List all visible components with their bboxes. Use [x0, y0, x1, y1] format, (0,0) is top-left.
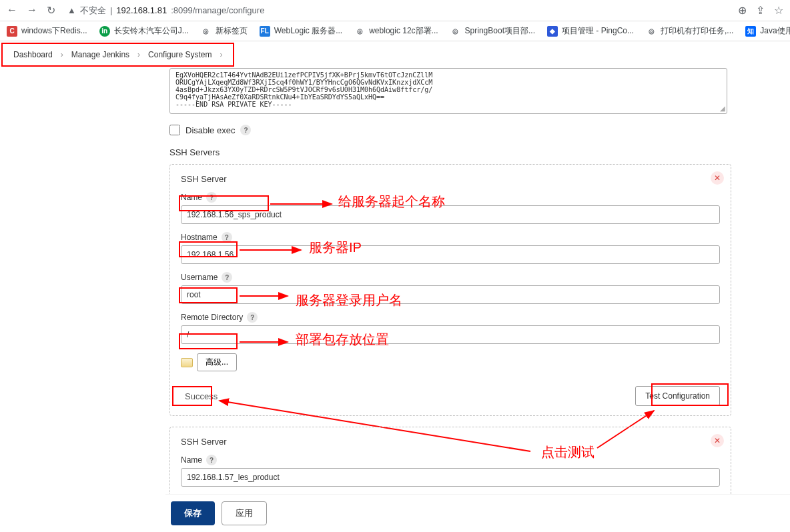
insecure-icon: ▲: [67, 5, 76, 15]
nav-icons: ← → ↻: [7, 4, 55, 17]
breadcrumb: Dashboard › Manage Jenkins › Configure S…: [1, 43, 234, 67]
bookmark-item[interactable]: 知Java使用 Springbo...: [745, 25, 790, 37]
bookmark-label: SpringBoot项目部...: [465, 25, 535, 37]
test-configuration-button[interactable]: Test Configuration: [635, 386, 720, 406]
annotation-dir: 部署包存放位置: [296, 331, 389, 349]
arrow-icon: [270, 201, 337, 211]
bookmark-item[interactable]: ◎weblogic 12c部署...: [354, 25, 438, 37]
arrow-icon: [240, 247, 306, 257]
bookmark-icon: ◆: [547, 26, 558, 37]
apply-button[interactable]: 应用: [222, 501, 267, 525]
bookmark-icon: in: [99, 26, 110, 37]
bookmark-icon: ◎: [201, 26, 212, 37]
bookmark-label: 打印机有打印任务,...: [661, 25, 733, 37]
username-label: Username: [181, 273, 218, 282]
help-icon[interactable]: ?: [206, 455, 217, 465]
forward-icon[interactable]: →: [27, 4, 37, 17]
resize-handle-icon[interactable]: ◢: [720, 105, 725, 112]
bookmark-item[interactable]: Cwindows下Redis...: [7, 25, 87, 37]
bookmark-item[interactable]: ◎打印机有打印任务,...: [646, 25, 733, 37]
breadcrumb-dashboard[interactable]: Dashboard: [13, 50, 53, 59]
chevron-right-icon: ›: [220, 50, 222, 59]
reload-icon[interactable]: ↻: [47, 4, 55, 17]
advanced-button[interactable]: 高级...: [197, 353, 237, 371]
bookmark-label: WebLogic 服务器...: [274, 25, 342, 37]
name-label: Name: [181, 193, 202, 202]
browser-right-icons: ⊕ ⇪ ☆: [738, 4, 783, 17]
bookmark-icon: ◎: [646, 26, 657, 37]
ssh-server-block: ✕ SSH Server Name ? Hostname ? Username …: [169, 164, 731, 416]
bookmark-label: Java使用 Springbo...: [760, 25, 790, 37]
url-host: 192.168.1.81: [116, 5, 167, 15]
delete-server-button[interactable]: ✕: [711, 171, 724, 185]
help-icon[interactable]: ?: [206, 192, 217, 203]
name-label: Name: [181, 455, 202, 465]
url-rest: :8099/manage/configure: [171, 5, 264, 15]
chevron-right-icon: ›: [61, 50, 63, 59]
ssh-servers-title: SSH Servers: [169, 147, 790, 157]
help-icon[interactable]: ?: [222, 232, 232, 243]
advanced-icon: [181, 358, 193, 367]
bookmark-label: weblogic 12c部署...: [369, 25, 438, 37]
bookmark-icon: 知: [745, 26, 756, 37]
help-icon[interactable]: ?: [247, 312, 258, 323]
bookmark-label: 项目管理 - PingCo...: [562, 25, 634, 37]
bookmarks-bar: Cwindows下Redis...in长安铃木汽车公司J...◎新标签页FLWe…: [0, 21, 790, 41]
bookmark-item[interactable]: ◆项目管理 - PingCo...: [547, 25, 634, 37]
bookmark-icon: FL: [260, 26, 270, 37]
bookmark-icon: C: [7, 26, 17, 37]
disable-exec-label: Disable exec: [185, 125, 235, 135]
address-bar[interactable]: ▲ 不安全 | 192.168.1.81:8099/manage/configu…: [61, 5, 733, 17]
bookmark-item[interactable]: FLWebLogic 服务器...: [260, 25, 342, 37]
breadcrumb-manage[interactable]: Manage Jenkins: [71, 50, 129, 59]
star-icon[interactable]: ☆: [774, 4, 783, 17]
server-name-input[interactable]: [181, 205, 720, 224]
bookmark-item[interactable]: ◎SpringBoot项目部...: [450, 25, 535, 37]
breadcrumb-configure[interactable]: Configure System: [148, 50, 212, 59]
search-icon[interactable]: ⊕: [738, 4, 747, 17]
bookmark-label: 长安铃木汽车公司J...: [114, 25, 189, 37]
server-name-input[interactable]: [181, 468, 720, 487]
help-icon[interactable]: ?: [240, 125, 251, 135]
separator: |: [110, 5, 112, 15]
disable-exec-row: Disable exec ?: [169, 125, 790, 135]
delete-server-button[interactable]: ✕: [711, 434, 724, 447]
test-success-label: Success: [181, 389, 222, 404]
share-icon[interactable]: ⇪: [756, 4, 765, 17]
annotation-name: 给服务器起个名称: [338, 193, 445, 211]
chevron-right-icon: ›: [137, 50, 140, 59]
annotation-host: 服务器IP: [309, 239, 362, 257]
ssh-server-header: SSH Server: [181, 174, 720, 184]
bookmark-icon: ◎: [450, 26, 461, 37]
hostname-label: Hostname: [181, 233, 218, 242]
bottom-action-bar: 保存 应用: [165, 494, 790, 532]
help-icon[interactable]: ?: [222, 272, 232, 283]
bookmark-icon: ◎: [354, 26, 365, 37]
back-icon[interactable]: ←: [7, 4, 17, 17]
bookmark-label: 新标签页: [216, 25, 248, 37]
security-label: 不安全: [80, 5, 106, 17]
save-button[interactable]: 保存: [171, 501, 215, 525]
ssh-server-header: SSH Server: [181, 437, 720, 447]
arrow-icon: [240, 293, 293, 303]
bookmark-item[interactable]: in长安铃木汽车公司J...: [99, 25, 189, 37]
bookmark-label: windows下Redis...: [21, 25, 87, 37]
arrow-icon: [240, 339, 293, 349]
main-content: EgXVoHQER2c1T464YvtNAdB2EUi1zefPCPIV5jfX…: [0, 68, 790, 532]
rsa-key-text: EgXVoHQER2c1T464YvtNAdB2EUi1zefPCPIV5jfX…: [175, 71, 721, 108]
rsa-key-textarea[interactable]: EgXVoHQER2c1T464YvtNAdB2EUi1zefPCPIV5jfX…: [169, 68, 727, 114]
bookmark-item[interactable]: ◎新标签页: [201, 25, 248, 37]
browser-nav-bar: ← → ↻ ▲ 不安全 | 192.168.1.81:8099/manage/c…: [0, 0, 790, 21]
disable-exec-checkbox[interactable]: [169, 125, 180, 135]
annotation-user: 服务器登录用户名: [296, 291, 402, 309]
remote-dir-label: Remote Directory: [181, 313, 243, 322]
